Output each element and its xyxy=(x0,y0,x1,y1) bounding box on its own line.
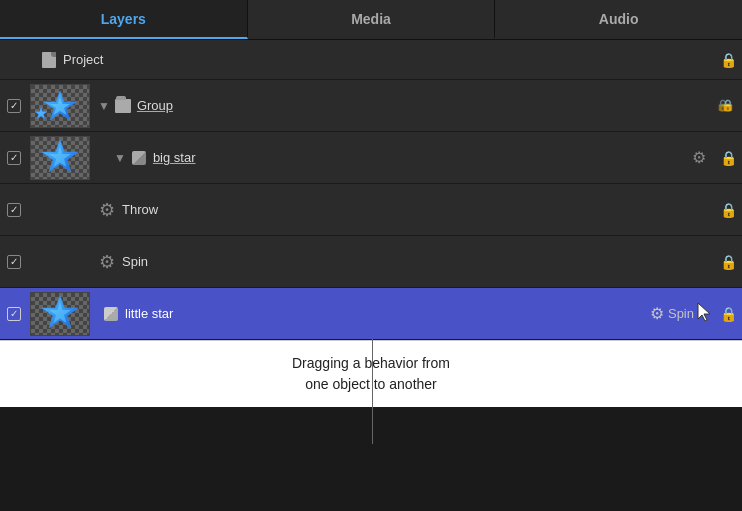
spin-big-content: ⚙ Spin xyxy=(28,236,714,287)
connector-line xyxy=(372,339,373,444)
tab-bar: Layers Media Audio xyxy=(0,0,742,40)
littlestar-content: little star ⚙ Spin xyxy=(96,288,714,339)
lock-area-project[interactable]: 🔒 xyxy=(714,52,742,68)
particle-icon-littlestar xyxy=(102,305,120,323)
spin-dragging-label: Spin xyxy=(668,306,694,321)
gear-icon-spin-big: ⚙ xyxy=(98,253,116,271)
bigstar-label: big star xyxy=(153,150,692,165)
group-icon xyxy=(114,97,132,115)
littlestar-label: little star xyxy=(125,306,640,321)
bigstar-content: ▼ big star xyxy=(96,132,692,183)
thumbnail-group xyxy=(30,84,90,128)
layer-row-spin-big[interactable]: ⚙ Spin 🔒 xyxy=(0,236,742,288)
throw-label: Throw xyxy=(122,202,714,217)
lock-icon-throw: 🔒 xyxy=(720,202,737,218)
check-area-throw xyxy=(0,203,28,217)
throw-content: ⚙ Throw xyxy=(28,184,714,235)
lock-area-group[interactable]: 🔒🔒 xyxy=(714,99,742,112)
thumbnail-littlestar xyxy=(30,292,90,336)
thumbnail-bigstar xyxy=(30,136,90,180)
check-area-spin-big xyxy=(0,255,28,269)
project-content: Project xyxy=(28,40,714,79)
lock-area-spin-big[interactable]: 🔒 xyxy=(714,254,742,270)
tab-media[interactable]: Media xyxy=(248,0,496,39)
svg-marker-7 xyxy=(698,303,710,321)
checkbox-group[interactable] xyxy=(7,99,21,113)
check-area-bigstar xyxy=(0,151,28,165)
app-window: Layers Media Audio Project 🔒 xyxy=(0,0,742,407)
group-content: ▼ Group xyxy=(96,80,714,131)
gear-icon-dragging: ⚙ xyxy=(650,304,664,323)
lock-area-throw[interactable]: 🔒 xyxy=(714,202,742,218)
layer-row-project[interactable]: Project 🔒 xyxy=(0,40,742,80)
spin-dragging-behavior: ⚙ Spin xyxy=(650,304,694,323)
arrow-bigstar: ▼ xyxy=(114,151,126,165)
project-label: Project xyxy=(63,52,714,67)
particle-icon-bigstar xyxy=(130,149,148,167)
lock-icon-littlestar: 🔒 xyxy=(720,306,737,322)
layer-row-group[interactable]: ▼ Group 🔒🔒 xyxy=(0,80,742,132)
gear-icon-throw: ⚙ xyxy=(98,201,116,219)
lock-double-group: 🔒🔒 xyxy=(721,99,735,112)
layers-list: Project 🔒 xyxy=(0,40,742,407)
layer-row-throw[interactable]: ⚙ Throw 🔒 xyxy=(0,184,742,236)
file-icon-project xyxy=(40,51,58,69)
lock-area-bigstar[interactable]: 🔒 xyxy=(714,150,742,166)
info-box: Dragging a behavior from one object to a… xyxy=(0,340,742,407)
checkbox-throw[interactable] xyxy=(7,203,21,217)
gear-icon-bigstar-mid: ⚙ xyxy=(692,148,706,167)
check-area-littlestar xyxy=(0,307,28,321)
checkbox-spin-big[interactable] xyxy=(7,255,21,269)
spin-big-label: Spin xyxy=(122,254,714,269)
checkbox-bigstar[interactable] xyxy=(7,151,21,165)
tab-layers[interactable]: Layers xyxy=(0,0,248,39)
tab-audio[interactable]: Audio xyxy=(495,0,742,39)
info-text: Dragging a behavior from one object to a… xyxy=(292,355,450,392)
checkbox-littlestar[interactable] xyxy=(7,307,21,321)
svg-marker-2 xyxy=(35,107,47,119)
lock-icon-spin-big: 🔒 xyxy=(720,254,737,270)
lock-area-littlestar[interactable]: 🔒 xyxy=(714,306,742,322)
cursor-arrow xyxy=(696,301,714,327)
lock-icon-bigstar: 🔒 xyxy=(720,150,737,166)
lock-icon-project: 🔒 xyxy=(720,52,737,68)
layer-row-littlestar[interactable]: little star ⚙ Spin 🔒 xyxy=(0,288,742,340)
arrow-group: ▼ xyxy=(98,99,110,113)
check-area-group xyxy=(0,99,28,113)
layer-row-bigstar[interactable]: ▼ big star ⚙ 🔒 xyxy=(0,132,742,184)
group-label: Group xyxy=(137,98,714,113)
